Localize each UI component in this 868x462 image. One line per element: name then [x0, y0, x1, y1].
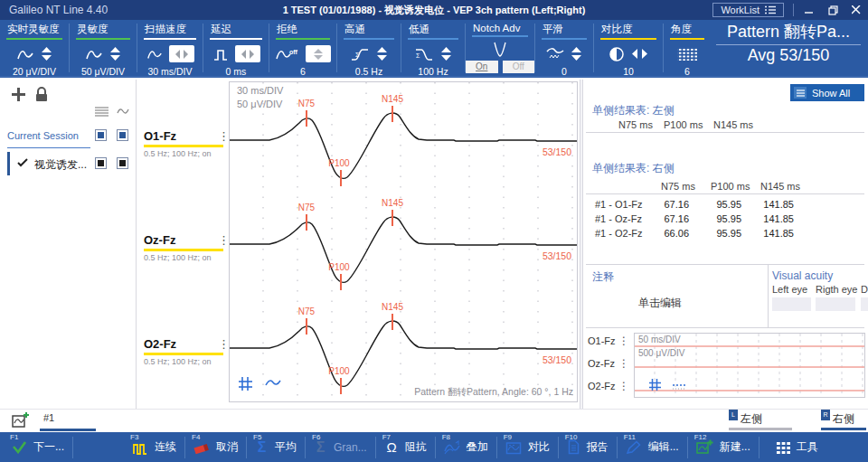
new-test-button[interactable]: F12 新建...	[688, 432, 759, 462]
next-button[interactable]: F1 下一...	[4, 432, 72, 462]
group-sweep-speed: 扫描速度 30 ms/DIV	[137, 20, 203, 76]
waveform-chart: N75 P100 N145 53/150 N75 P100 N145 53/15…	[229, 81, 578, 402]
new-chart-icon	[696, 439, 713, 455]
compare-button[interactable]: F9 对比	[497, 432, 558, 462]
contrast-icon	[609, 46, 625, 62]
group-lowpass: 低通 Σ 100 Hz	[401, 20, 465, 76]
session-sidebar: Current Session 视觉诱发...	[0, 80, 137, 409]
delay-stepper[interactable]	[235, 45, 260, 62]
group-highpass: 高通 Σ 0.5 Hz	[337, 20, 401, 76]
mini-dotted-toggle-icon[interactable]	[673, 382, 685, 390]
session-checkbox-wave[interactable]	[117, 129, 128, 141]
tab-left-side[interactable]: L 左侧	[729, 411, 762, 427]
minimize-button[interactable]	[797, 0, 821, 20]
mini-channel-menu-icon[interactable]: ⋮	[618, 357, 629, 370]
mini-channel-menu-icon[interactable]: ⋮	[618, 380, 629, 392]
mini-volt-scale: 500 μV/DIV	[638, 348, 684, 358]
left-badge: L	[729, 410, 738, 420]
notch-off-button[interactable]: Off	[503, 61, 535, 73]
tools-button[interactable]: 工具	[767, 432, 826, 462]
contrast-stepper[interactable]	[631, 48, 648, 60]
marker-p100: P100	[328, 262, 350, 272]
parameter-toolbar: 实时灵敏度 20 μV/DIV 灵敏度 50 μV/DIV 扫描速度 30 ms…	[0, 20, 868, 78]
cancel-button[interactable]: F4 取消	[185, 432, 246, 462]
app-title: Galileo NT Line 4.40	[0, 4, 108, 16]
item-checkbox-list[interactable]	[95, 157, 107, 169]
difference-field[interactable]	[861, 297, 868, 311]
avg-count-o2: 53/150	[542, 354, 571, 365]
wave-icon	[16, 47, 34, 61]
mode-block: Pattern 翻转Pa... Avg 53/150	[712, 20, 868, 76]
item-checkbox-wave[interactable]	[117, 157, 128, 169]
highpass-stepper[interactable]	[376, 46, 388, 61]
grand-average-button[interactable]: F6 Σ Gran...	[306, 432, 375, 462]
channel-label-o1: O1-Fz ⋮ 0.5 Hz; 100 Hz; on	[144, 129, 231, 158]
add-session-icon[interactable]	[11, 87, 26, 102]
notch-on-button[interactable]: On	[466, 61, 498, 73]
sigma-icon: Σ	[255, 439, 269, 455]
title-bar: Galileo NT Line 4.40 1 TEST (01/01/1988)…	[0, 0, 868, 20]
results-panel: Show All 单侧结果表: 左侧 N75 ms P100 ms N145 m…	[584, 80, 868, 409]
grid-toggle-icon[interactable]	[239, 377, 252, 391]
annotation-title: 注释	[592, 269, 614, 285]
dot-grid-icon[interactable]	[677, 47, 697, 61]
wave-icon	[85, 47, 103, 61]
wave-column-icon[interactable]	[117, 107, 129, 116]
edit-button[interactable]: F11 编辑...	[618, 432, 687, 462]
annotation-edit-area[interactable]: 单击编辑	[638, 296, 682, 311]
continuous-button[interactable]: F3 连续	[124, 432, 184, 462]
right-table-title: 单侧结果表: 右侧	[592, 161, 675, 176]
group-contrast: 对比度 10	[594, 20, 663, 76]
left-eye-field[interactable]	[772, 297, 811, 311]
superimpose-button[interactable]: F8 叠加	[436, 432, 496, 462]
group-realtime-sensitivity: 实时灵敏度 20 μV/DIV	[0, 20, 69, 76]
avg-count-oz: 53/150	[542, 250, 571, 261]
worklist-button[interactable]: WorkList	[712, 3, 784, 17]
sensitivity-stepper[interactable]	[109, 46, 121, 61]
marker-n75: N75	[298, 203, 316, 212]
tab-right-side[interactable]: R 右侧	[821, 411, 854, 427]
marker-p100: P100	[328, 366, 350, 376]
compare-chart-icon	[505, 440, 522, 455]
svg-text:Σ: Σ	[355, 52, 360, 58]
sidebar-item-vep[interactable]: 视觉诱发...	[34, 157, 92, 173]
svg-text:Σ: Σ	[258, 439, 267, 455]
pulse-train-icon	[132, 440, 148, 455]
function-key-bar: F1 下一... F3 连续 F4 取消 F5 Σ 平均 F6 Σ Gran..…	[0, 432, 868, 462]
mini-grid-toggle-icon[interactable]	[649, 379, 661, 391]
panel-splitter[interactable]	[580, 80, 583, 409]
right-badge: R	[821, 410, 830, 420]
grid-lines	[263, 82, 572, 401]
close-button[interactable]	[844, 0, 868, 20]
mini-channel-menu-icon[interactable]: ⋮	[618, 335, 629, 347]
trace-tab-strip: #1 L 左侧 R 右侧	[0, 409, 868, 432]
reject-stepper[interactable]	[306, 45, 331, 62]
realtime-sensitivity-stepper[interactable]	[41, 46, 52, 61]
session-checkbox-list[interactable]	[95, 129, 107, 141]
omega-icon: Ω	[384, 439, 399, 455]
channel-label-o2: O2-Fz ⋮ 0.5 Hz; 100 Hz; on	[144, 337, 231, 366]
add-trace-icon[interactable]	[12, 411, 30, 429]
average-button[interactable]: F5 Σ 平均	[247, 432, 305, 462]
mode-title: Pattern 翻转Pa...	[716, 21, 861, 42]
mini-time-scale: 50 ms/DIV	[638, 335, 681, 344]
report-button[interactable]: F10 报告	[559, 432, 617, 462]
wave-off-icon: off	[276, 47, 299, 61]
restore-button[interactable]	[821, 0, 844, 20]
content-area: Current Session 视觉诱发... O1-Fz ⋮ 0.5 Hz; …	[0, 80, 868, 409]
smoothing-stepper[interactable]	[571, 46, 582, 61]
wave-toggle-icon[interactable]	[265, 377, 281, 391]
sigma-dim-icon: Σ	[314, 439, 327, 455]
time-scale-label: 30 ms/DIV	[237, 85, 283, 96]
lowpass-stepper[interactable]	[440, 46, 452, 61]
lock-icon[interactable]	[34, 87, 49, 102]
right-eye-field[interactable]	[816, 297, 855, 311]
sweep-speed-stepper[interactable]	[169, 45, 194, 62]
tab-trace-1[interactable]: #1	[43, 412, 54, 423]
left-table-title: 单侧结果表: 左侧	[592, 103, 675, 118]
show-all-button[interactable]: Show All	[790, 84, 864, 101]
overlay-waves-icon	[444, 440, 460, 455]
impedance-button[interactable]: F7 Ω 阻抗	[376, 432, 435, 462]
list-column-icon[interactable]	[95, 107, 108, 117]
avg-counter: Avg 53/150	[716, 46, 861, 65]
